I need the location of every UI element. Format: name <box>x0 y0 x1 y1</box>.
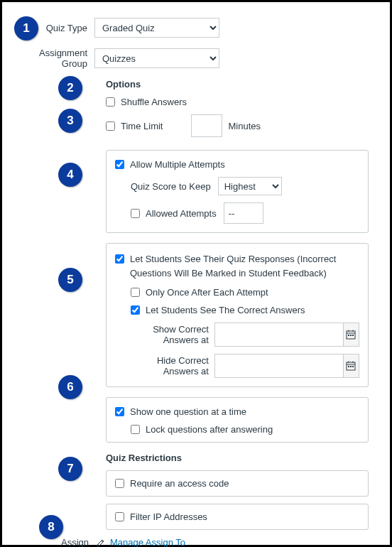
require-code-checkbox[interactable] <box>115 479 124 488</box>
require-code-box: Require an access code <box>106 470 369 497</box>
allowed-attempts-row: Allowed Attempts <box>131 202 359 224</box>
allowed-attempts-checkbox[interactable] <box>131 209 140 218</box>
calendar-icon <box>346 330 356 340</box>
show-correct-input[interactable] <box>214 323 344 347</box>
hide-correct-input[interactable] <box>214 354 344 378</box>
one-question-checkbox[interactable] <box>115 407 124 416</box>
callout-badge-4: 4 <box>58 163 82 187</box>
multiple-attempts-subsection: Quiz Score to Keep Highest Allowed Attem… <box>131 177 359 224</box>
svg-rect-6 <box>352 335 354 336</box>
allow-multiple-checkbox[interactable] <box>115 160 124 169</box>
callout-badge-6: 6 <box>58 375 82 399</box>
shuffle-answers-label: Shuffle Answers <box>121 97 187 107</box>
callout-badge-2: 2 <box>58 76 82 100</box>
only-once-row: Only Once After Each Attempt <box>131 287 359 298</box>
lock-questions-checkbox[interactable] <box>131 425 140 434</box>
only-once-checkbox[interactable] <box>131 288 140 297</box>
options-section: Options Shuffle Answers Time Limit Minut… <box>106 79 369 530</box>
one-question-row: Show one question at a time <box>115 406 359 417</box>
calendar-icon <box>346 361 356 371</box>
quiz-settings-frame: 1 2 3 4 5 6 7 8 Quiz Type Graded Quiz As… <box>0 0 392 547</box>
callout-badge-1: 1 <box>14 16 38 40</box>
see-correct-row: Let Students See The Correct Answers <box>131 305 359 315</box>
filter-ip-label: Filter IP Addresses <box>130 511 207 522</box>
manage-assign-link[interactable]: Manage Assign To <box>96 537 185 547</box>
time-limit-input[interactable] <box>191 114 222 137</box>
hide-correct-label: Hide Correct Answers at <box>146 355 214 377</box>
svg-rect-12 <box>350 366 352 367</box>
svg-rect-4 <box>348 335 349 336</box>
callout-badge-5: 5 <box>58 268 82 292</box>
quiz-type-row: Quiz Type Graded Quiz <box>13 18 379 38</box>
see-correct-checkbox[interactable] <box>131 305 140 315</box>
one-question-subsection: Lock questions after answering <box>131 424 359 435</box>
hide-correct-calendar-button[interactable] <box>343 354 359 378</box>
shuffle-answers-row: Shuffle Answers <box>106 97 369 107</box>
assignment-group-select[interactable]: Quizzes <box>94 48 219 68</box>
show-correct-row: Show Correct Answers at <box>146 323 359 347</box>
see-responses-checkbox[interactable] <box>115 254 124 264</box>
shuffle-answers-checkbox[interactable] <box>106 97 115 107</box>
svg-rect-13 <box>352 366 354 367</box>
score-to-keep-label: Quiz Score to Keep <box>131 181 211 192</box>
allow-multiple-row: Allow Multiple Attempts <box>115 159 359 170</box>
time-limit-label: Time Limit <box>121 121 163 131</box>
show-correct-calendar-button[interactable] <box>343 323 359 347</box>
allowed-attempts-input[interactable] <box>224 202 263 224</box>
callout-badge-7: 7 <box>58 457 82 481</box>
options-heading: Options <box>106 79 369 90</box>
only-once-label: Only Once After Each Attempt <box>146 287 268 298</box>
show-correct-label: Show Correct Answers at <box>146 324 214 345</box>
one-question-label: Show one question at a time <box>130 406 246 417</box>
see-correct-label: Let Students See The Correct Answers <box>146 305 305 315</box>
lock-questions-label: Lock questions after answering <box>146 424 273 435</box>
lock-questions-row: Lock questions after answering <box>131 424 359 435</box>
svg-rect-11 <box>348 366 349 367</box>
hide-correct-row: Hide Correct Answers at <box>146 354 359 378</box>
filter-ip-box: Filter IP Addresses <box>106 504 369 530</box>
see-responses-row: Let Students See Their Quiz Responses (I… <box>115 252 359 280</box>
score-to-keep-row: Quiz Score to Keep Highest <box>131 177 359 195</box>
svg-rect-5 <box>350 335 352 336</box>
callout-badge-3: 3 <box>58 109 82 133</box>
see-responses-label: Let Students See Their Quiz Responses (I… <box>130 252 359 280</box>
allowed-attempts-label: Allowed Attempts <box>146 208 217 219</box>
assignment-group-row: Assignment Group Quizzes <box>13 48 379 69</box>
assign-row: Assign Manage Assign To <box>13 537 379 547</box>
time-limit-row: Time Limit Minutes <box>106 114 369 137</box>
quiz-restrictions-heading: Quiz Restrictions <box>106 453 369 463</box>
time-limit-checkbox[interactable] <box>106 121 115 131</box>
allow-multiple-label: Allow Multiple Attempts <box>130 159 225 170</box>
pencil-icon <box>96 538 106 548</box>
one-question-panel: Show one question at a time Lock questio… <box>106 397 369 443</box>
callout-badge-8: 8 <box>39 515 63 539</box>
assignment-group-label: Assignment Group <box>13 48 94 69</box>
filter-ip-checkbox[interactable] <box>115 512 124 521</box>
quiz-type-select[interactable]: Graded Quiz <box>94 18 219 38</box>
responses-subsection: Only Once After Each Attempt Let Student… <box>131 287 359 378</box>
score-to-keep-select[interactable]: Highest <box>218 177 282 195</box>
responses-panel: Let Students See Their Quiz Responses (I… <box>106 243 369 387</box>
manage-assign-text: Manage Assign To <box>110 537 185 547</box>
minutes-label: Minutes <box>228 121 261 131</box>
multiple-attempts-panel: Allow Multiple Attempts Quiz Score to Ke… <box>106 150 369 233</box>
require-code-label: Require an access code <box>130 478 229 489</box>
